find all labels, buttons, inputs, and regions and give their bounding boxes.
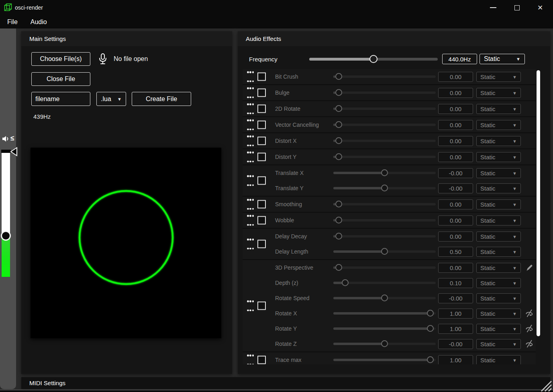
volume-slider[interactable] [2, 153, 10, 277]
effect-animation-dropdown[interactable]: Static▼ [476, 215, 521, 225]
effect-slider[interactable] [333, 203, 436, 205]
volume-slider-thumb[interactable] [1, 231, 11, 241]
effect-animation-dropdown[interactable]: Static▼ [476, 136, 521, 146]
effect-slider-thumb[interactable] [381, 169, 388, 176]
effect-slider[interactable] [333, 124, 436, 126]
effect-slider[interactable] [333, 140, 436, 142]
audio-effects-header[interactable]: Audio Effects [238, 31, 550, 46]
effect-animation-dropdown[interactable]: Static▼ [476, 199, 521, 209]
effect-slider[interactable] [333, 343, 436, 345]
effect-slider-thumb[interactable] [335, 153, 342, 160]
effect-value-box[interactable]: -0.00 [438, 168, 473, 178]
effect-animation-dropdown[interactable]: Static▼ [476, 263, 521, 273]
rotate-axis-icon[interactable] [525, 339, 534, 348]
effect-slider[interactable] [333, 172, 436, 174]
effect-animation-dropdown[interactable]: Static▼ [476, 339, 521, 349]
midi-settings-panel[interactable]: MIDI Settings [21, 377, 550, 389]
frequency-animation-dropdown[interactable]: Static ▼ [480, 54, 525, 64]
effect-slider[interactable] [333, 108, 436, 110]
effect-value-box[interactable]: -0.00 [438, 293, 473, 303]
resize-grip-icon[interactable] [538, 378, 552, 392]
effect-slider[interactable] [333, 156, 436, 158]
effect-slider[interactable] [333, 219, 436, 221]
effect-value-box[interactable]: 0.00 [438, 199, 473, 209]
effect-slider-thumb[interactable] [335, 73, 342, 80]
filename-input[interactable]: filename [31, 92, 90, 106]
effect-value-box[interactable]: 0.00 [438, 88, 473, 98]
minimize-button[interactable] [484, 0, 502, 15]
effect-animation-dropdown[interactable]: Static▼ [476, 152, 521, 162]
effect-slider-thumb[interactable] [335, 201, 342, 207]
effect-animation-dropdown[interactable]: Static▼ [476, 232, 521, 242]
menu-audio[interactable]: Audio [25, 17, 53, 27]
effect-value-box[interactable]: 0.00 [438, 232, 473, 242]
effect-slider[interactable] [333, 91, 436, 94]
maximize-button[interactable] [508, 0, 526, 15]
effect-slider-thumb[interactable] [427, 325, 434, 332]
effect-value-box[interactable]: 0.00 [438, 152, 473, 162]
effect-slider-thumb[interactable] [381, 185, 388, 191]
extension-dropdown[interactable]: .lua ▼ [96, 92, 126, 106]
effect-slider[interactable] [333, 235, 436, 238]
effect-slider-thumb[interactable] [335, 121, 342, 128]
effect-slider-thumb[interactable] [335, 217, 342, 223]
effect-slider-thumb[interactable] [335, 105, 342, 112]
effect-slider[interactable] [333, 75, 436, 78]
effect-value-box[interactable]: 0.50 [438, 247, 473, 257]
frequency-slider-thumb[interactable] [369, 55, 378, 63]
threshold-arrow-icon[interactable] [10, 147, 18, 156]
effect-animation-dropdown[interactable]: Static▼ [476, 168, 521, 178]
close-button[interactable]: ✕ [531, 0, 549, 15]
effect-animation-dropdown[interactable]: Static▼ [476, 324, 521, 334]
rotate-axis-icon[interactable] [525, 309, 534, 318]
effect-animation-dropdown[interactable]: Static▼ [476, 183, 521, 193]
effects-scrollbar[interactable] [537, 70, 540, 336]
effect-animation-dropdown[interactable]: Static▼ [476, 278, 521, 288]
effect-animation-dropdown[interactable]: Static▼ [476, 247, 521, 257]
effect-slider[interactable] [333, 187, 436, 189]
effect-slider-thumb[interactable] [342, 279, 349, 286]
rotate-axis-icon[interactable] [525, 324, 534, 333]
effect-value-box[interactable]: 1.00 [438, 355, 473, 364]
effect-slider-thumb[interactable] [335, 137, 342, 144]
frequency-slider[interactable] [309, 58, 438, 61]
effect-value-box[interactable]: 0.00 [438, 263, 473, 273]
effect-value-box[interactable]: 0.00 [438, 104, 473, 114]
effect-value-box[interactable]: -0.00 [438, 183, 473, 193]
effect-value-box[interactable]: -0.00 [438, 339, 473, 349]
microphone-icon[interactable] [98, 53, 108, 65]
effect-value-box[interactable]: 1.00 [438, 309, 473, 319]
effect-value-box[interactable]: 1.00 [438, 324, 473, 334]
effect-animation-dropdown[interactable]: Static▼ [476, 355, 521, 364]
effect-value-box[interactable]: 0.00 [438, 215, 473, 225]
effect-slider[interactable] [333, 327, 436, 330]
effect-slider-thumb[interactable] [427, 310, 434, 317]
close-file-button[interactable]: Close File [31, 72, 90, 86]
effect-slider-thumb[interactable] [335, 233, 342, 240]
effect-animation-dropdown[interactable]: Static▼ [476, 120, 521, 130]
effect-animation-dropdown[interactable]: Static▼ [476, 88, 521, 98]
effect-slider[interactable] [333, 297, 436, 299]
volume-top-marker[interactable] [1, 150, 11, 153]
main-settings-header[interactable]: Main Settings [21, 31, 232, 46]
effect-slider[interactable] [333, 359, 436, 361]
effect-slider[interactable] [333, 266, 436, 269]
effect-slider[interactable] [333, 282, 436, 284]
effect-value-box[interactable]: 0.00 [438, 136, 473, 146]
create-file-button[interactable]: Create File [132, 92, 191, 106]
effect-slider-thumb[interactable] [335, 89, 342, 96]
choose-file-button[interactable]: Choose File(s) [31, 52, 90, 66]
effect-slider-thumb[interactable] [427, 356, 434, 363]
effect-animation-dropdown[interactable]: Static▼ [476, 309, 521, 319]
effect-animation-dropdown[interactable]: Static▼ [476, 72, 521, 82]
effect-animation-dropdown[interactable]: Static▼ [476, 104, 521, 114]
effect-animation-dropdown[interactable]: Static▼ [476, 293, 521, 303]
pencil-icon[interactable] [525, 263, 534, 272]
effect-slider-thumb[interactable] [381, 248, 388, 255]
menu-file[interactable]: File [2, 17, 23, 27]
effect-slider-thumb[interactable] [381, 295, 388, 301]
effect-value-box[interactable]: 0.00 [438, 72, 473, 82]
effect-slider[interactable] [333, 250, 436, 253]
effect-slider-thumb[interactable] [381, 340, 388, 347]
effect-value-box[interactable]: 0.10 [438, 278, 473, 288]
